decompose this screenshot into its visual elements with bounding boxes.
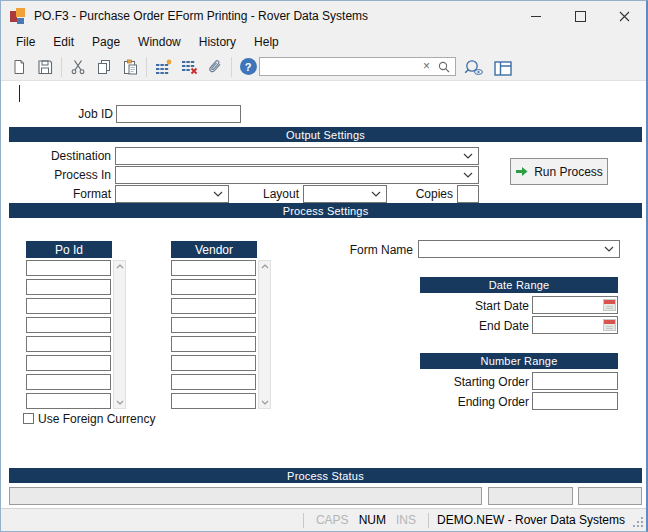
starting-order-input[interactable] xyxy=(532,372,618,390)
run-process-button[interactable]: Run Process xyxy=(510,158,608,185)
statusbar-separator xyxy=(303,513,304,528)
job-id-input[interactable] xyxy=(116,105,241,123)
new-document-button[interactable] xyxy=(7,55,31,79)
menu-page[interactable]: Page xyxy=(83,32,129,52)
po-id-list xyxy=(26,260,111,409)
use-foreign-currency-checkbox[interactable] xyxy=(23,413,34,424)
menu-help[interactable]: Help xyxy=(245,32,288,52)
end-date-label: End Date xyxy=(429,318,529,335)
save-icon xyxy=(37,59,53,75)
calendar-icon-top xyxy=(604,300,615,304)
layout-view-button[interactable] xyxy=(491,57,515,79)
lookup-button[interactable] xyxy=(462,57,486,79)
po-id-input[interactable] xyxy=(26,393,111,409)
copies-input[interactable] xyxy=(457,185,479,203)
maximize-icon xyxy=(575,11,586,22)
search-clear-icon[interactable]: × xyxy=(419,58,434,75)
cut-button[interactable] xyxy=(66,55,90,79)
vendor-scrollbar[interactable] xyxy=(258,260,271,409)
po-id-input[interactable] xyxy=(26,279,111,295)
session-label: DEMO.NEW - Rover Data Systems xyxy=(437,513,625,527)
job-id-label: Job ID xyxy=(41,106,113,123)
toolbar-separator xyxy=(231,57,232,77)
starting-order-label: Starting Order xyxy=(409,374,529,391)
process-in-select[interactable] xyxy=(115,166,479,184)
vendor-input[interactable] xyxy=(171,279,256,295)
vendor-input[interactable] xyxy=(171,336,256,352)
output-settings-header: Output Settings xyxy=(9,127,642,142)
menu-edit[interactable]: Edit xyxy=(44,32,83,52)
vendor-input[interactable] xyxy=(171,393,256,409)
vendor-column-header: Vendor xyxy=(171,241,257,258)
paste-button[interactable] xyxy=(118,55,142,79)
end-date-input[interactable] xyxy=(533,318,603,332)
po-id-scrollbar[interactable] xyxy=(113,260,126,409)
form-name-label: Form Name xyxy=(333,242,413,259)
menu-bar: File Edit Page Window History Help xyxy=(1,31,646,53)
delete-rows-button[interactable] xyxy=(177,55,201,79)
po-id-input[interactable] xyxy=(26,336,111,352)
maximize-button[interactable] xyxy=(558,1,602,31)
calendar-icon[interactable] xyxy=(603,319,616,331)
caps-indicator: CAPS xyxy=(316,513,349,527)
layout-icon xyxy=(494,61,512,76)
date-range-header: Date Range xyxy=(420,277,618,293)
process-status-bar xyxy=(9,487,482,505)
delete-rows-icon xyxy=(181,59,198,75)
po-id-input[interactable] xyxy=(26,355,111,371)
paperclip-icon xyxy=(207,59,223,75)
layout-label: Layout xyxy=(239,186,299,203)
help-icon: ? xyxy=(240,58,257,75)
po-id-input[interactable] xyxy=(26,298,111,314)
calendar-icon-line xyxy=(606,308,613,309)
menu-history[interactable]: History xyxy=(190,32,245,52)
help-button[interactable]: ? xyxy=(236,55,260,79)
start-date-label: Start Date xyxy=(429,298,529,315)
close-button[interactable] xyxy=(602,1,646,31)
insert-rows-button[interactable] xyxy=(151,55,175,79)
minimize-icon xyxy=(531,16,541,17)
layout-select[interactable] xyxy=(303,185,387,203)
calendar-icon-top xyxy=(604,320,615,324)
resize-grip[interactable] xyxy=(633,517,644,528)
menu-window[interactable]: Window xyxy=(129,32,190,52)
start-date-input[interactable] xyxy=(533,298,603,312)
menu-file[interactable]: File xyxy=(7,32,44,52)
scroll-up-icon xyxy=(116,264,124,269)
copy-button[interactable] xyxy=(92,55,116,79)
status-bar: CAPS NUM INS DEMO.NEW - Rover Data Syste… xyxy=(1,508,646,531)
paste-icon xyxy=(122,59,138,75)
use-foreign-currency-label: Use Foreign Currency xyxy=(38,411,155,428)
process-status-field-1 xyxy=(488,487,573,505)
vendor-input[interactable] xyxy=(171,317,256,333)
format-select[interactable] xyxy=(115,185,229,203)
vendor-list xyxy=(171,260,256,409)
calendar-icon-line xyxy=(606,306,613,307)
new-document-icon xyxy=(11,59,27,75)
toolbar: ? × xyxy=(1,53,646,81)
vendor-input[interactable] xyxy=(171,355,256,371)
process-settings-header: Process Settings xyxy=(9,203,642,218)
vendor-input[interactable] xyxy=(171,298,256,314)
search-input[interactable] xyxy=(260,60,419,74)
calendar-icon[interactable] xyxy=(603,299,616,311)
vendor-input[interactable] xyxy=(171,260,256,276)
chevron-down-icon xyxy=(371,191,381,197)
close-icon xyxy=(619,11,630,22)
po-id-input[interactable] xyxy=(26,317,111,333)
chevron-down-icon xyxy=(463,153,473,159)
destination-label: Destination xyxy=(21,148,111,165)
form-name-select[interactable] xyxy=(418,240,620,258)
minimize-button[interactable] xyxy=(514,1,558,31)
save-button[interactable] xyxy=(33,55,57,79)
attach-button[interactable] xyxy=(203,55,227,79)
po-id-input[interactable] xyxy=(26,260,111,276)
vendor-input[interactable] xyxy=(171,374,256,390)
po-id-input[interactable] xyxy=(26,374,111,390)
app-window: PO.F3 - Purchase Order EForm Printing - … xyxy=(0,0,648,532)
title-bar: PO.F3 - Purchase Order EForm Printing - … xyxy=(1,1,646,31)
toolbar-separator xyxy=(146,57,147,77)
ending-order-input[interactable] xyxy=(532,392,618,410)
search-icon[interactable] xyxy=(434,61,455,73)
destination-select[interactable] xyxy=(115,147,479,165)
